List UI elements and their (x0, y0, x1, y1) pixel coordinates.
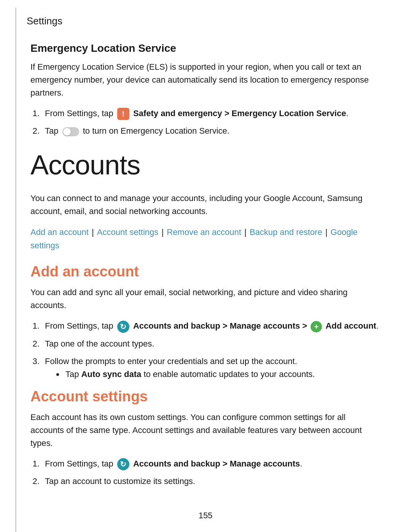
add-account-title: Add an account (30, 264, 381, 280)
safety-icon (117, 108, 129, 120)
toggle-icon (62, 127, 79, 136)
add-account-step-1-before: From Settings, tap (45, 321, 116, 331)
accounts-description: You can connect to and manage your accou… (30, 192, 381, 218)
account-settings-title: Account settings (30, 388, 381, 405)
bullet-rest: to enable automatic updates to your acco… (141, 369, 315, 379)
emergency-step-1-bold: Safety and emergency > Emergency Locatio… (133, 109, 346, 118)
emergency-step-2-after: to turn on Emergency Location Service. (83, 126, 229, 136)
account-settings-step-1-bold: Accounts and backup > Manage accounts (133, 459, 300, 468)
account-settings-step-2: Tap an account to customize its settings… (42, 475, 381, 488)
add-account-section: Add an account You can add and sync all … (30, 264, 381, 381)
accounts-title: Accounts (30, 149, 381, 181)
accounts-links-row: Add an account | Account settings | Remo… (30, 225, 381, 252)
settings-label: Settings (27, 15, 381, 27)
emergency-heading: Emergency Location Service (30, 42, 381, 54)
add-account-step-1: From Settings, tap Accounts and backup >… (42, 320, 381, 332)
add-account-step-3-bullets: Tap Auto sync data to enable automatic u… (64, 368, 381, 381)
account-settings-steps-list: From Settings, tap Accounts and backup >… (42, 457, 381, 488)
add-account-description: You can add and sync all your email, soc… (30, 286, 381, 312)
add-account-step-2: Tap one of the account types. (42, 337, 381, 350)
account-settings-section: Account settings Each account has its ow… (30, 388, 381, 488)
link-account-settings[interactable]: Account settings (97, 227, 158, 237)
emergency-step-2: Tap to turn on Emergency Location Servic… (42, 125, 381, 137)
add-account-bullet-1: Tap Auto sync data to enable automatic u… (64, 368, 381, 381)
account-settings-step-1: From Settings, tap Accounts and backup >… (42, 457, 381, 470)
account-settings-step-2-text: Tap an account to customize its settings… (45, 476, 195, 486)
add-account-step-1-bold1: Accounts and backup > Manage accounts > (133, 321, 309, 331)
emergency-steps-list: From Settings, tap Safety and emergency … (42, 107, 381, 137)
emergency-step-1: From Settings, tap Safety and emergency … (42, 107, 381, 120)
add-account-step-3-text: Follow the prompts to enter your credent… (45, 356, 297, 366)
page: Settings Emergency Location Service If E… (0, 0, 411, 532)
account-settings-description: Each account has its own custom settings… (30, 411, 381, 450)
accounts-icon-1 (117, 321, 129, 333)
emergency-section: Emergency Location Service If Emergency … (30, 42, 381, 138)
page-number: 155 (30, 511, 381, 521)
left-border (15, 8, 16, 532)
emergency-step-1-before: From Settings, tap (45, 109, 116, 118)
accounts-icon-2 (117, 458, 129, 470)
add-account-step-2-text: Tap one of the account types. (45, 339, 154, 348)
add-icon (311, 321, 322, 332)
bullet-bold: Auto sync data (81, 369, 142, 379)
add-account-step-1-bold2: Add account (325, 321, 376, 331)
link-remove-account[interactable]: Remove an account (167, 227, 241, 237)
account-settings-step-1-before: From Settings, tap (45, 459, 116, 468)
add-account-steps-list: From Settings, tap Accounts and backup >… (42, 320, 381, 380)
link-backup-restore[interactable]: Backup and restore (250, 227, 322, 237)
link-add-account[interactable]: Add an account (30, 227, 89, 237)
add-account-step-3: Follow the prompts to enter your credent… (42, 355, 381, 381)
emergency-description: If Emergency Location Service (ELS) is s… (30, 61, 381, 99)
bullet-tap: Tap (65, 369, 81, 379)
emergency-step-2-before: Tap (45, 126, 61, 136)
